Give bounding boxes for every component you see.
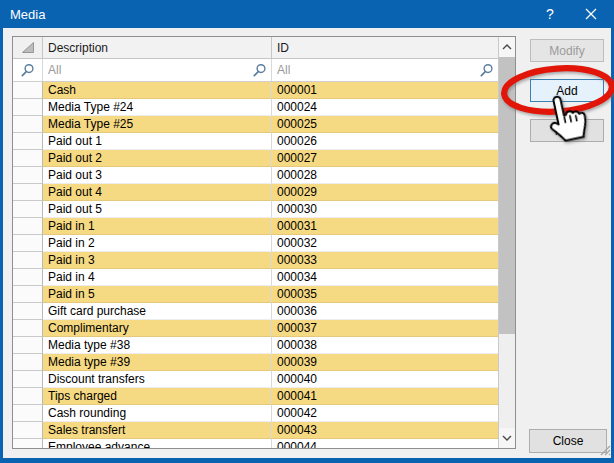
id-cell[interactable]: 000040 bbox=[272, 371, 498, 388]
table-row[interactable]: Paid out 2000027 bbox=[13, 150, 498, 167]
row-header-cell[interactable] bbox=[13, 116, 43, 133]
id-cell[interactable]: 000033 bbox=[272, 252, 498, 269]
id-cell[interactable]: 000038 bbox=[272, 337, 498, 354]
table-row[interactable]: Media type #39000039 bbox=[13, 354, 498, 371]
row-header-cell[interactable] bbox=[13, 371, 43, 388]
row-header-cell[interactable] bbox=[13, 286, 43, 303]
id-cell[interactable]: 000041 bbox=[272, 388, 498, 405]
table-row[interactable]: Paid out 5000030 bbox=[13, 201, 498, 218]
row-header-cell[interactable] bbox=[13, 184, 43, 201]
table-row[interactable]: Paid out 1000026 bbox=[13, 133, 498, 150]
search-icon[interactable] bbox=[479, 63, 494, 78]
row-header-cell[interactable] bbox=[13, 218, 43, 235]
id-cell[interactable]: 000042 bbox=[272, 405, 498, 422]
id-cell[interactable]: 000026 bbox=[272, 133, 498, 150]
table-row[interactable]: Complimentary000037 bbox=[13, 320, 498, 337]
table-row[interactable]: Paid in 1000031 bbox=[13, 218, 498, 235]
row-header-cell[interactable] bbox=[13, 422, 43, 439]
description-cell[interactable]: Media Type #24 bbox=[43, 99, 272, 116]
row-header-cell[interactable] bbox=[13, 388, 43, 405]
table-row[interactable]: Discount transfers000040 bbox=[13, 371, 498, 388]
row-header-cell[interactable] bbox=[13, 269, 43, 286]
filter-button[interactable] bbox=[13, 59, 43, 81]
vertical-scrollbar[interactable] bbox=[498, 37, 515, 448]
id-cell[interactable]: 000034 bbox=[272, 269, 498, 286]
help-button[interactable]: ? bbox=[532, 0, 568, 28]
print-button[interactable]: Print bbox=[530, 119, 604, 142]
table-row[interactable]: Paid in 4000034 bbox=[13, 269, 498, 286]
table-row[interactable]: Employee advance000044 bbox=[13, 439, 498, 448]
table-row[interactable]: Media Type #25000025 bbox=[13, 116, 498, 133]
row-header-cell[interactable] bbox=[13, 99, 43, 116]
description-cell[interactable]: Paid out 2 bbox=[43, 150, 272, 167]
description-cell[interactable]: Discount transfers bbox=[43, 371, 272, 388]
modify-button[interactable]: Modify bbox=[530, 39, 604, 62]
row-header-cell[interactable] bbox=[13, 354, 43, 371]
row-header-cell[interactable] bbox=[13, 167, 43, 184]
table-row[interactable]: Paid out 4000029 bbox=[13, 184, 498, 201]
id-cell[interactable]: 000043 bbox=[272, 422, 498, 439]
scroll-down-button[interactable] bbox=[499, 428, 515, 448]
description-cell[interactable]: Paid out 4 bbox=[43, 184, 272, 201]
row-header-cell[interactable] bbox=[13, 133, 43, 150]
row-header-cell[interactable] bbox=[13, 235, 43, 252]
id-cell[interactable]: 000031 bbox=[272, 218, 498, 235]
id-cell[interactable]: 000001 bbox=[272, 82, 498, 99]
row-header-cell[interactable] bbox=[13, 337, 43, 354]
row-header-cell[interactable] bbox=[13, 201, 43, 218]
add-button[interactable]: Add bbox=[530, 79, 604, 102]
description-cell[interactable]: Employee advance bbox=[43, 439, 272, 448]
row-header-cell[interactable] bbox=[13, 150, 43, 167]
id-cell[interactable]: 000027 bbox=[272, 150, 498, 167]
description-filter-input[interactable]: All bbox=[43, 59, 272, 81]
table-row[interactable]: Tips charged000041 bbox=[13, 388, 498, 405]
row-header-cell[interactable] bbox=[13, 320, 43, 337]
table-row[interactable]: Gift card purchase000036 bbox=[13, 303, 498, 320]
row-header-cell[interactable] bbox=[13, 439, 43, 448]
search-icon[interactable] bbox=[252, 63, 267, 78]
table-row[interactable]: Media type #38000038 bbox=[13, 337, 498, 354]
table-row[interactable]: Cash rounding000042 bbox=[13, 405, 498, 422]
table-row[interactable]: Paid in 3000033 bbox=[13, 252, 498, 269]
id-cell[interactable]: 000035 bbox=[272, 286, 498, 303]
description-cell[interactable]: Media type #39 bbox=[43, 354, 272, 371]
close-button[interactable]: Close bbox=[529, 429, 607, 453]
id-cell[interactable]: 000037 bbox=[272, 320, 498, 337]
scroll-up-button[interactable] bbox=[499, 37, 515, 57]
row-header-cell[interactable] bbox=[13, 82, 43, 99]
id-cell[interactable]: 000025 bbox=[272, 116, 498, 133]
description-cell[interactable]: Paid in 1 bbox=[43, 218, 272, 235]
id-filter-input[interactable]: All bbox=[272, 59, 498, 81]
description-cell[interactable]: Paid in 4 bbox=[43, 269, 272, 286]
row-header-cell[interactable] bbox=[13, 303, 43, 320]
table-row[interactable]: Cash000001 bbox=[13, 82, 498, 99]
description-cell[interactable]: Gift card purchase bbox=[43, 303, 272, 320]
row-header-cell[interactable] bbox=[13, 252, 43, 269]
id-cell[interactable]: 000032 bbox=[272, 235, 498, 252]
table-row[interactable]: Paid out 3000028 bbox=[13, 167, 498, 184]
titlebar-close-button[interactable] bbox=[568, 0, 614, 28]
id-cell[interactable]: 000029 bbox=[272, 184, 498, 201]
description-cell[interactable]: Paid out 5 bbox=[43, 201, 272, 218]
select-all-header-cell[interactable] bbox=[13, 37, 43, 58]
description-cell[interactable]: Sales transfert bbox=[43, 422, 272, 439]
table-row[interactable]: Sales transfert000043 bbox=[13, 422, 498, 439]
description-cell[interactable]: Tips charged bbox=[43, 388, 272, 405]
description-cell[interactable]: Paid in 2 bbox=[43, 235, 272, 252]
id-cell[interactable]: 000028 bbox=[272, 167, 498, 184]
description-cell[interactable]: Media Type #25 bbox=[43, 116, 272, 133]
description-cell[interactable]: Complimentary bbox=[43, 320, 272, 337]
id-cell[interactable]: 000039 bbox=[272, 354, 498, 371]
table-row[interactable]: Paid in 5000035 bbox=[13, 286, 498, 303]
description-cell[interactable]: Paid in 3 bbox=[43, 252, 272, 269]
table-row[interactable]: Paid in 2000032 bbox=[13, 235, 498, 252]
id-cell[interactable]: 000036 bbox=[272, 303, 498, 320]
description-cell[interactable]: Paid in 5 bbox=[43, 286, 272, 303]
row-header-cell[interactable] bbox=[13, 405, 43, 422]
id-cell[interactable]: 000024 bbox=[272, 99, 498, 116]
description-cell[interactable]: Cash rounding bbox=[43, 405, 272, 422]
description-cell[interactable]: Cash bbox=[43, 82, 272, 99]
column-header-id[interactable]: ID bbox=[272, 37, 498, 58]
id-cell[interactable]: 000030 bbox=[272, 201, 498, 218]
description-cell[interactable]: Paid out 1 bbox=[43, 133, 272, 150]
